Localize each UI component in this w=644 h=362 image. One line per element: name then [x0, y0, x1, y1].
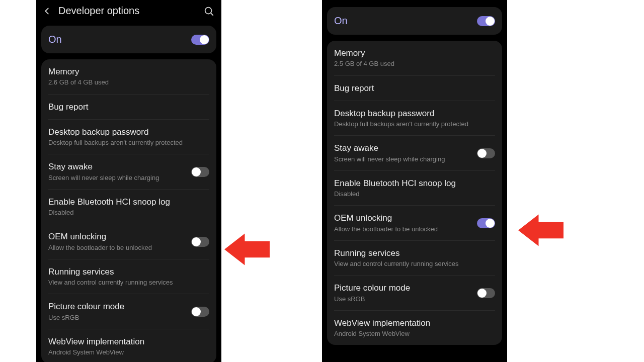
- item-texts: WebView implementationAndroid System Web…: [334, 318, 495, 338]
- item-title: Picture colour mode: [334, 283, 472, 293]
- back-icon[interactable]: [41, 6, 52, 17]
- item-subtitle: Allow the bootloader to be unlocked: [334, 225, 472, 233]
- setting-item-stay-awake[interactable]: Stay awakeScreen will never sleep while …: [48, 154, 209, 190]
- setting-item-webview-impl[interactable]: WebView implementationAndroid System Web…: [334, 311, 495, 345]
- item-subtitle: Screen will never sleep while charging: [48, 174, 186, 182]
- setting-item-oem-unlocking[interactable]: OEM unlockingAllow the bootloader to be …: [48, 224, 209, 259]
- svg-line-1: [211, 13, 213, 15]
- item-texts: Stay awakeScreen will never sleep while …: [334, 143, 472, 163]
- item-title: Memory: [334, 48, 495, 58]
- item-subtitle: View and control currently running servi…: [334, 260, 495, 268]
- item-subtitle: 2.5 GB of 4 GB used: [334, 60, 495, 68]
- item-subtitle: Screen will never sleep while charging: [334, 155, 472, 163]
- master-toggle-label: On: [48, 34, 62, 45]
- settings-list: Memory2.5 GB of 4 GB usedBug reportDeskt…: [327, 41, 502, 345]
- item-subtitle: Desktop full backups aren't currently pr…: [48, 139, 209, 147]
- setting-item-enable-bt-hci-snoop[interactable]: Enable Bluetooth HCI snoop logDisabled: [48, 190, 209, 225]
- item-subtitle: Desktop full backups aren't currently pr…: [334, 120, 495, 128]
- svg-marker-3: [518, 215, 564, 246]
- setting-item-running-services[interactable]: Running servicesView and control current…: [334, 241, 495, 276]
- setting-item-stay-awake[interactable]: Stay awakeScreen will never sleep while …: [334, 136, 495, 171]
- master-toggle-card[interactable]: On: [41, 26, 216, 53]
- item-texts: Enable Bluetooth HCI snoop logDisabled: [334, 178, 495, 199]
- setting-item-memory[interactable]: Memory2.5 GB of 4 GB used: [334, 41, 495, 76]
- item-title: Enable Bluetooth HCI snoop log: [334, 178, 495, 189]
- item-title: Memory: [48, 66, 209, 77]
- master-toggle-card[interactable]: On: [327, 7, 502, 35]
- item-title: Enable Bluetooth HCI snoop log: [48, 197, 209, 207]
- item-texts: Memory2.6 GB of 4 GB used: [48, 66, 209, 87]
- item-subtitle: 2.6 GB of 4 GB used: [48, 78, 209, 86]
- setting-item-picture-colour-mode[interactable]: Picture colour modeUse sRGB: [334, 276, 495, 311]
- item-texts: Bug report: [48, 102, 209, 112]
- svg-point-0: [205, 7, 212, 14]
- settings-list: Memory2.6 GB of 4 GB usedBug reportDeskt…: [41, 59, 216, 362]
- item-title: WebView implementation: [48, 336, 209, 347]
- setting-item-picture-colour-mode[interactable]: Picture colour modeUse sRGB: [48, 294, 209, 329]
- setting-item-memory[interactable]: Memory2.6 GB of 4 GB used: [48, 59, 209, 95]
- toggle-stay-awake[interactable]: [477, 148, 495, 158]
- toggle-oem-unlocking[interactable]: [191, 237, 209, 247]
- item-subtitle: Disabled: [334, 190, 495, 198]
- master-toggle-label: On: [334, 15, 348, 27]
- item-title: Desktop backup password: [334, 108, 495, 119]
- item-texts: OEM unlockingAllow the bootloader to be …: [48, 231, 186, 252]
- toggle-stay-awake[interactable]: [191, 167, 209, 177]
- item-title: Running services: [334, 248, 495, 258]
- setting-item-desktop-backup-password[interactable]: Desktop backup passwordDesktop full back…: [48, 120, 209, 155]
- item-title: Bug report: [48, 102, 209, 112]
- item-texts: Desktop backup passwordDesktop full back…: [48, 127, 209, 147]
- item-texts: Memory2.5 GB of 4 GB used: [334, 48, 495, 68]
- titlebar: Developer options: [36, 0, 221, 22]
- item-title: Desktop backup password: [48, 127, 209, 137]
- item-title: Picture colour mode: [48, 301, 186, 312]
- item-texts: Stay awakeScreen will never sleep while …: [48, 161, 186, 182]
- item-texts: Running servicesView and control current…: [334, 248, 495, 268]
- item-subtitle: View and control currently running servi…: [48, 279, 209, 287]
- toggle-picture-colour-mode[interactable]: [477, 288, 495, 298]
- setting-item-running-services[interactable]: Running servicesView and control current…: [48, 259, 209, 295]
- master-toggle[interactable]: [191, 35, 209, 45]
- phone-screenshot-right: On Memory2.5 GB of 4 GB usedBug reportDe…: [322, 0, 507, 362]
- item-title: WebView implementation: [334, 318, 495, 328]
- item-texts: Picture colour modeUse sRGB: [334, 283, 472, 303]
- setting-item-bug-report[interactable]: Bug report: [48, 95, 209, 120]
- setting-item-enable-bt-hci-snoop[interactable]: Enable Bluetooth HCI snoop logDisabled: [334, 171, 495, 206]
- item-texts: Picture colour modeUse sRGB: [48, 301, 186, 322]
- master-toggle[interactable]: [477, 16, 495, 26]
- phone-screenshot-left: Developer options On Memory2.6 GB of 4 G…: [36, 0, 221, 362]
- toggle-oem-unlocking[interactable]: [477, 218, 495, 228]
- item-subtitle: Use sRGB: [334, 295, 472, 303]
- item-texts: Desktop backup passwordDesktop full back…: [334, 108, 495, 129]
- item-title: OEM unlocking: [48, 231, 186, 242]
- item-subtitle: Allow the bootloader to be unlocked: [48, 244, 186, 252]
- item-texts: WebView implementationAndroid System Web…: [48, 336, 209, 357]
- annotation-arrow-right: [518, 212, 564, 248]
- toggle-picture-colour-mode[interactable]: [191, 307, 209, 317]
- item-subtitle: Android System WebView: [48, 348, 209, 356]
- item-title: Stay awake: [334, 143, 472, 153]
- setting-item-desktop-backup-password[interactable]: Desktop backup passwordDesktop full back…: [334, 101, 495, 136]
- item-subtitle: Android System WebView: [334, 330, 495, 338]
- annotation-arrow-left: [224, 231, 270, 267]
- item-title: OEM unlocking: [334, 213, 472, 223]
- page-title: Developer options: [58, 5, 197, 17]
- setting-item-webview-impl[interactable]: WebView implementationAndroid System Web…: [48, 329, 209, 362]
- setting-item-oem-unlocking[interactable]: OEM unlockingAllow the bootloader to be …: [334, 206, 495, 241]
- item-texts: Bug report: [334, 83, 495, 94]
- svg-marker-2: [224, 234, 270, 265]
- item-subtitle: Use sRGB: [48, 314, 186, 322]
- item-texts: Running servicesView and control current…: [48, 266, 209, 287]
- setting-item-bug-report[interactable]: Bug report: [334, 76, 495, 101]
- item-title: Stay awake: [48, 161, 186, 172]
- item-title: Bug report: [334, 83, 495, 94]
- search-icon[interactable]: [203, 6, 214, 17]
- item-texts: Enable Bluetooth HCI snoop logDisabled: [48, 197, 209, 217]
- item-title: Running services: [48, 266, 209, 277]
- item-subtitle: Disabled: [48, 209, 209, 217]
- item-texts: OEM unlockingAllow the bootloader to be …: [334, 213, 472, 233]
